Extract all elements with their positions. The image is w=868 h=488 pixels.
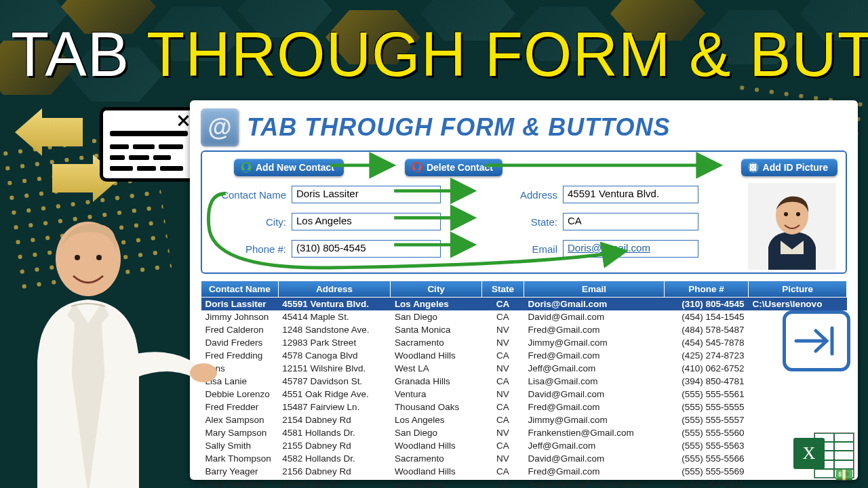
delete-contact-button[interactable]: 👤 Delete Contact: [405, 159, 502, 176]
cell-phone[interactable]: (425) 274-8723: [664, 349, 748, 362]
cell-city[interactable]: Sacramento: [391, 336, 482, 349]
cell-email[interactable]: Jimmy@Gmail.com: [524, 413, 664, 426]
cell-state[interactable]: CA: [481, 298, 524, 311]
table-row[interactable]: Debbie Lorenzo4551 Oak Ridge Ave.Ventura…: [201, 388, 847, 401]
cell-city[interactable]: West LA: [391, 362, 482, 375]
table-row[interactable]: Lisa Lanie45787 Davidson St.Granada Hill…: [201, 375, 847, 388]
cell-city[interactable]: Los Angeles: [391, 478, 482, 488]
cell-state[interactable]: CA: [481, 401, 524, 413]
field-state[interactable]: CA: [563, 213, 698, 230]
cell-phone[interactable]: (454) 154-1545: [664, 310, 748, 323]
field-address[interactable]: 45591 Ventura Blvd.: [563, 186, 698, 203]
cell-city[interactable]: Ventura: [391, 388, 482, 401]
cell-email[interactable]: Fred@Gmail.com: [524, 323, 664, 336]
cell-phone[interactable]: (130) 154-4511: [664, 478, 748, 488]
cell-city[interactable]: Woodland Hills: [391, 465, 482, 478]
cell-phone[interactable]: (310) 805-4545: [664, 298, 748, 311]
table-row[interactable]: Fred Fredders12345 Oak DrLos AngelesCARa…: [201, 478, 847, 488]
cell-phone[interactable]: (484) 578-5487: [664, 323, 748, 336]
cell-email[interactable]: David@Gmail.com: [524, 452, 664, 465]
cell-state[interactable]: CA: [481, 465, 524, 478]
cell-picture[interactable]: C:\Users\lenovo: [749, 298, 847, 311]
cell-email[interactable]: Fred@Gmail.com: [524, 349, 664, 362]
cell-city[interactable]: Thousand Oaks: [391, 401, 482, 413]
field-phone[interactable]: (310) 805-4545: [292, 240, 441, 258]
cell-email[interactable]: Jeff@Gmail.com: [524, 439, 664, 452]
column-state[interactable]: State: [481, 281, 524, 298]
cell-city[interactable]: Los Angeles: [391, 298, 482, 311]
cell-address[interactable]: 12345 Oak Dr: [278, 478, 391, 488]
cell-email[interactable]: Jimmy@Gmail.com: [524, 336, 664, 349]
cell-city[interactable]: San Diego: [391, 426, 482, 439]
field-email[interactable]: Doris@Gmail.com: [563, 240, 698, 258]
cell-phone[interactable]: (555) 555-5557: [664, 413, 748, 426]
table-row[interactable]: Fred Fredder15487 Fairview Ln.Thousand O…: [201, 401, 847, 413]
cell-phone[interactable]: (555) 555-5566: [664, 452, 748, 465]
column-city[interactable]: City: [391, 281, 482, 298]
cell-address[interactable]: 4581 Hollands Dr.: [278, 426, 391, 439]
cell-state[interactable]: NV: [481, 452, 524, 465]
cell-city[interactable]: San Diego: [391, 310, 482, 323]
cell-address[interactable]: 2154 Dabney Rd: [278, 413, 391, 426]
cell-email[interactable]: David@Gmail.com: [524, 310, 664, 323]
cell-phone[interactable]: (555) 555-5555: [664, 401, 748, 413]
cell-address[interactable]: 1248 Sandstone Ave.: [278, 323, 391, 336]
cell-state[interactable]: CA: [481, 310, 524, 323]
cell-address[interactable]: 45591 Ventura Blvd.: [278, 298, 391, 311]
table-row[interactable]: Mary Sampson4581 Hollands Dr.San DiegoNV…: [201, 426, 847, 439]
table-row[interactable]: ohns12151 Wilshire Blvd.West LANVJeff@Gm…: [201, 362, 847, 375]
cell-state[interactable]: CA: [481, 439, 524, 452]
cell-address[interactable]: 12983 Park Street: [278, 336, 391, 349]
cell-state[interactable]: CA: [481, 413, 524, 426]
cell-state[interactable]: CA: [481, 349, 524, 362]
cell-address[interactable]: 12151 Wilshire Blvd.: [278, 362, 391, 375]
table-row[interactable]: Mark Thompson4582 Hollands Dr.Sacramento…: [201, 452, 847, 465]
cell-email[interactable]: Fred@Gmail.com: [524, 465, 664, 478]
cell-email[interactable]: Frankenstien@Gmail.com: [524, 426, 664, 439]
cell-city[interactable]: Sacramento: [391, 452, 482, 465]
field-contact-name[interactable]: Doris Lassiter: [292, 186, 441, 203]
cell-address[interactable]: 4551 Oak Ridge Ave.: [278, 388, 391, 401]
table-row[interactable]: Fred Calderon1248 Sandstone Ave.Santa Mo…: [201, 323, 847, 336]
cell-picture[interactable]: [749, 375, 847, 388]
table-row[interactable]: Jimmy Johnson45414 Maple St.San DiegoCAD…: [201, 310, 847, 323]
cell-city[interactable]: Granada Hills: [391, 375, 482, 388]
column-email[interactable]: Email: [524, 281, 664, 298]
table-row[interactable]: Barry Yeager2156 Dabney RdWoodland Hills…: [201, 465, 847, 478]
add-id-picture-button[interactable]: 🖼 Add ID Picture: [741, 159, 837, 176]
cell-phone[interactable]: (555) 555-5561: [664, 388, 748, 401]
cell-email[interactable]: David@Gmail.com: [524, 388, 664, 401]
cell-city[interactable]: Woodland Hills: [391, 439, 482, 452]
cell-email[interactable]: Randy@ExcelForFreelance: [524, 478, 664, 488]
cell-city[interactable]: Woodland Hills: [391, 349, 482, 362]
cell-state[interactable]: NV: [481, 323, 524, 336]
column-phone[interactable]: Phone #: [664, 281, 748, 298]
field-city[interactable]: Los Angeles: [292, 213, 441, 230]
column-picture[interactable]: Picture: [749, 281, 847, 298]
cell-phone[interactable]: (555) 555-5569: [664, 465, 748, 478]
cell-address[interactable]: 45414 Maple St.: [278, 310, 391, 323]
cell-email[interactable]: Doris@Gmail.com: [524, 298, 664, 311]
cell-address[interactable]: 15487 Fairview Ln.: [278, 401, 391, 413]
cell-address[interactable]: 45787 Davidson St.: [278, 375, 391, 388]
cell-phone[interactable]: (555) 555-5560: [664, 426, 748, 439]
cell-email[interactable]: Lisa@Gmail.com: [524, 375, 664, 388]
cell-city[interactable]: Los Angeles: [391, 413, 482, 426]
table-row[interactable]: Fred Fredding4578 Canoga BlvdWoodland Hi…: [201, 349, 847, 362]
add-new-contact-button[interactable]: 👤 Add New Contact: [234, 159, 344, 176]
cell-picture[interactable]: [749, 413, 847, 426]
cell-picture[interactable]: [749, 388, 847, 401]
table-row[interactable]: David Freders12983 Park StreetSacramento…: [201, 336, 847, 349]
table-row[interactable]: Alex Sampson2154 Dabney RdLos AngelesCAJ…: [201, 413, 847, 426]
cell-address[interactable]: 4582 Hollands Dr.: [278, 452, 391, 465]
cell-state[interactable]: CA: [481, 478, 524, 488]
cell-state[interactable]: NV: [481, 388, 524, 401]
cell-phone[interactable]: (410) 062-6752: [664, 362, 748, 375]
cell-phone[interactable]: (394) 850-4781: [664, 375, 748, 388]
column-address[interactable]: Address: [278, 281, 391, 298]
cell-phone[interactable]: (454) 545-7878: [664, 336, 748, 349]
cell-email[interactable]: Fred@Gmail.com: [524, 401, 664, 413]
cell-address[interactable]: 2156 Dabney Rd: [278, 465, 391, 478]
cell-city[interactable]: Santa Monica: [391, 323, 482, 336]
cell-address[interactable]: 2155 Dabney Rd: [278, 439, 391, 452]
